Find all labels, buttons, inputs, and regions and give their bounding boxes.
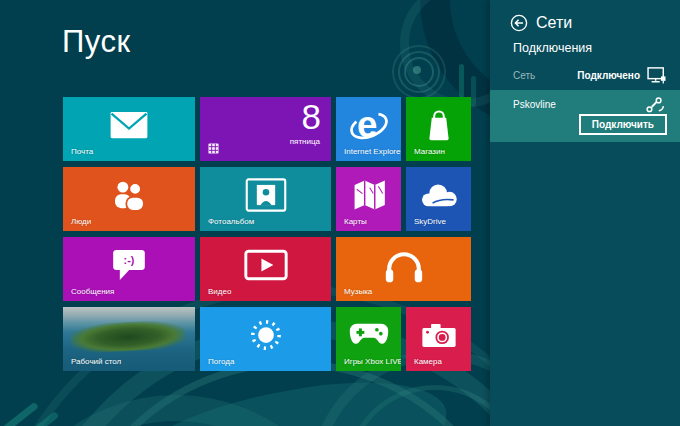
back-icon[interactable] [510, 14, 528, 32]
tile-xbox-games[interactable]: Игры Xbox LIVE [336, 307, 401, 371]
start-screen: Пуск Почта 8 пятница e Internet Explorer… [0, 0, 680, 426]
tile-label: Internet Explorer [344, 147, 401, 156]
gamepad-icon [348, 321, 390, 349]
tile-store[interactable]: Магазин [406, 97, 471, 161]
tile-label: Рабочий стол [71, 357, 121, 366]
network-row-wired[interactable]: Сеть Подключено [490, 62, 680, 89]
tile-internet-explorer[interactable]: e Internet Explorer [336, 97, 401, 161]
network-row-pskovline[interactable]: Pskovline Подключить [490, 90, 680, 142]
tile-label: Сообщения [71, 287, 114, 296]
svg-text::-): :-) [124, 254, 135, 266]
tile-mail[interactable]: Почта [63, 97, 195, 161]
headphones-icon [382, 246, 426, 284]
tile-label: SkyDrive [414, 217, 446, 226]
networks-panel: Сети Подключения Сеть Подключено Pskovli… [490, 0, 680, 426]
sun-icon [245, 314, 287, 356]
internet-explorer-icon: e [347, 103, 391, 147]
tile-weather[interactable]: Погода [200, 307, 331, 371]
cloud-icon [418, 182, 460, 209]
photo-frame-icon [244, 177, 288, 214]
calendar-weekday: пятница [290, 137, 320, 146]
mail-icon [108, 110, 150, 140]
tile-calendar[interactable]: 8 пятница [200, 97, 331, 161]
tile-label: Погода [208, 357, 234, 366]
tile-people[interactable]: Люди [63, 167, 195, 231]
panel-header: Сети [510, 14, 572, 32]
tile-label: Люди [71, 217, 91, 226]
speech-bubble-icon: :-) [109, 247, 149, 284]
video-play-icon [243, 249, 289, 282]
tile-camera[interactable]: Камера [406, 307, 471, 371]
tile-desktop[interactable]: Рабочий стол [63, 307, 195, 371]
tile-messaging[interactable]: :-) Сообщения [63, 237, 195, 301]
calendar-day: 8 [302, 97, 321, 137]
tile-label: Карты [344, 217, 367, 226]
network-name: Сеть [513, 70, 577, 81]
people-icon [108, 178, 150, 212]
tile-photos[interactable]: Фотоальбом [200, 167, 331, 231]
tile-label: Игры Xbox LIVE [344, 357, 401, 366]
tile-label: Почта [71, 147, 93, 156]
tile-maps[interactable]: Карты [336, 167, 401, 231]
tile-skydrive[interactable]: SkyDrive [406, 167, 471, 231]
tile-label: Видео [208, 287, 231, 296]
dialup-icon [646, 97, 665, 113]
connections-section-label: Подключения [513, 41, 592, 55]
camera-icon [420, 321, 458, 350]
network-name: Pskovline [513, 99, 556, 110]
tile-label: Магазин [414, 147, 445, 156]
store-bag-icon [423, 107, 455, 143]
wired-network-icon [647, 67, 667, 84]
tile-label: Музыка [344, 287, 372, 296]
folded-map-icon [351, 178, 387, 212]
tile-label: Камера [414, 357, 442, 366]
tile-video[interactable]: Видео [200, 237, 331, 301]
calendar-icon [208, 143, 219, 154]
page-title: Пуск [62, 24, 131, 60]
network-status: Подключено [577, 70, 640, 81]
connect-button[interactable]: Подключить [579, 114, 667, 135]
tile-music[interactable]: Музыка [336, 237, 471, 301]
tile-label: Фотоальбом [208, 217, 254, 226]
panel-title: Сети [536, 14, 572, 32]
